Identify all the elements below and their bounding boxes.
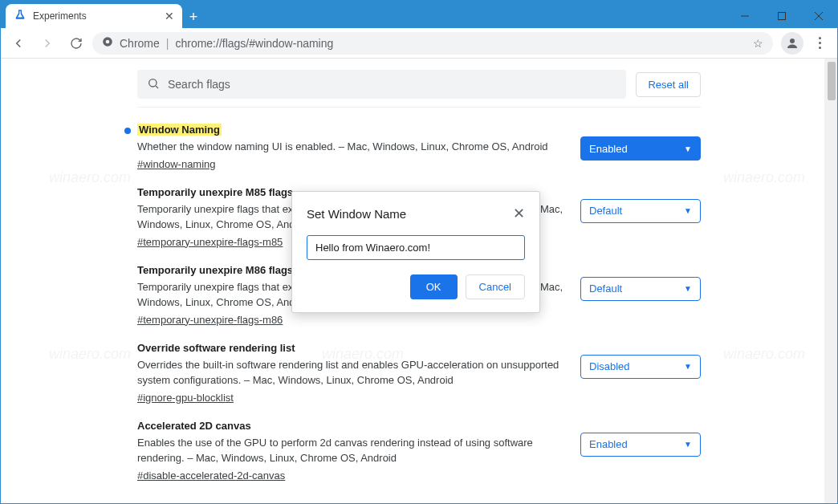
chevron-down-icon: ▼ xyxy=(684,206,692,215)
flag-title: Temporarily unexpire M86 flags. xyxy=(137,264,296,276)
browser-tab[interactable]: Experiments ✕ xyxy=(6,4,182,28)
flag-state-value: Enabled xyxy=(589,143,628,155)
scrollbar-thumb[interactable] xyxy=(828,62,836,100)
flag-body: Override software rendering listOverride… xyxy=(137,342,567,404)
forward-button[interactable] xyxy=(35,30,60,56)
flag-title: Accelerated 2D canvas xyxy=(137,420,251,432)
flag-state-value: Enabled xyxy=(589,438,628,450)
vertical-scrollbar[interactable] xyxy=(824,59,837,504)
flag-row: Window NamingWhether the window naming U… xyxy=(137,108,701,170)
close-window-button[interactable] xyxy=(800,4,837,28)
chevron-down-icon: ▼ xyxy=(684,284,692,293)
maximize-button[interactable] xyxy=(763,4,800,28)
close-icon[interactable]: ✕ xyxy=(165,10,174,22)
svg-rect-1 xyxy=(779,13,786,20)
svg-line-8 xyxy=(156,86,158,88)
flag-title: Temporarily unexpire M85 flags. xyxy=(137,186,296,198)
flag-state-value: Disabled xyxy=(589,360,630,372)
flag-state-dropdown[interactable]: Default▼ xyxy=(580,277,701,301)
omnibox-url: chrome://flags/#window-naming xyxy=(175,37,333,50)
back-button[interactable] xyxy=(6,30,31,56)
flag-row: Override software rendering listOverride… xyxy=(137,326,701,404)
flag-state-value: Default xyxy=(589,205,622,217)
browser-toolbar: Chrome | chrome://flags/#window-naming ☆ xyxy=(1,28,837,59)
window-titlebar: Experiments ✕ + xyxy=(1,1,837,28)
flag-state-value: Default xyxy=(589,282,622,295)
svg-point-6 xyxy=(790,39,795,43)
flag-anchor-link[interactable]: #temporary-unexpire-flags-m86 xyxy=(137,314,283,326)
flag-anchor-link[interactable]: #ignore-gpu-blocklist xyxy=(137,392,234,404)
set-window-name-dialog: Set Window Name ✕ OK Cancel xyxy=(291,191,540,313)
tab-title: Experiments xyxy=(33,10,158,22)
browser-menu-button[interactable] xyxy=(807,30,832,56)
flag-description: Whether the window naming UI is enabled.… xyxy=(137,139,567,155)
modified-indicator-icon xyxy=(124,128,131,134)
reset-all-button[interactable]: Reset all xyxy=(636,72,701,97)
dialog-header: Set Window Name ✕ xyxy=(307,205,525,222)
address-bar[interactable]: Chrome | chrome://flags/#window-naming ☆ xyxy=(92,32,773,55)
window-name-input[interactable] xyxy=(307,235,525,260)
new-tab-button[interactable]: + xyxy=(182,6,205,28)
bookmark-star-icon[interactable]: ☆ xyxy=(753,37,763,50)
svg-point-7 xyxy=(149,79,157,86)
chevron-down-icon: ▼ xyxy=(684,144,692,153)
cancel-button[interactable]: Cancel xyxy=(466,274,525,299)
flag-state-dropdown[interactable]: Disabled▼ xyxy=(580,355,701,379)
window-controls xyxy=(726,4,837,28)
chrome-icon xyxy=(102,36,113,50)
flag-title: Override software rendering list xyxy=(137,342,295,354)
chevron-down-icon: ▼ xyxy=(684,440,692,449)
flag-anchor-link[interactable]: #disable-accelerated-2d-canvas xyxy=(137,469,285,482)
search-row: Search flags Reset all xyxy=(137,59,701,108)
flag-description: Enables the use of the GPU to perform 2d… xyxy=(137,435,567,466)
profile-avatar[interactable] xyxy=(781,32,803,55)
flag-state-dropdown[interactable]: Enabled▼ xyxy=(580,433,701,457)
flag-anchor-link[interactable]: #window-naming xyxy=(137,158,216,170)
dialog-title: Set Window Name xyxy=(307,207,406,221)
flag-title: Window Naming xyxy=(137,124,222,136)
flag-state-dropdown[interactable]: Enabled▼ xyxy=(580,136,701,161)
ok-button[interactable]: OK xyxy=(410,274,458,299)
flag-anchor-link[interactable]: #temporary-unexpire-flags-m85 xyxy=(137,236,283,248)
reload-button[interactable] xyxy=(63,30,89,56)
flag-row: Accelerated 2D canvasEnables the use of … xyxy=(137,404,701,482)
omnibox-separator: | xyxy=(166,37,169,50)
omnibox-prefix: Chrome xyxy=(120,37,160,50)
search-input[interactable]: Search flags xyxy=(137,70,626,99)
flag-body: Window NamingWhether the window naming U… xyxy=(137,124,567,170)
svg-point-5 xyxy=(106,40,110,44)
flask-icon xyxy=(14,9,26,24)
search-icon xyxy=(147,77,160,92)
flag-body: Accelerated 2D canvasEnables the use of … xyxy=(137,420,567,482)
search-placeholder: Search flags xyxy=(168,78,230,91)
close-icon[interactable]: ✕ xyxy=(513,205,525,222)
dialog-actions: OK Cancel xyxy=(307,274,525,299)
flag-state-dropdown[interactable]: Default▼ xyxy=(580,199,701,223)
flag-description: Overrides the built-in software renderin… xyxy=(137,357,567,388)
chevron-down-icon: ▼ xyxy=(684,362,692,371)
minimize-button[interactable] xyxy=(726,4,763,28)
